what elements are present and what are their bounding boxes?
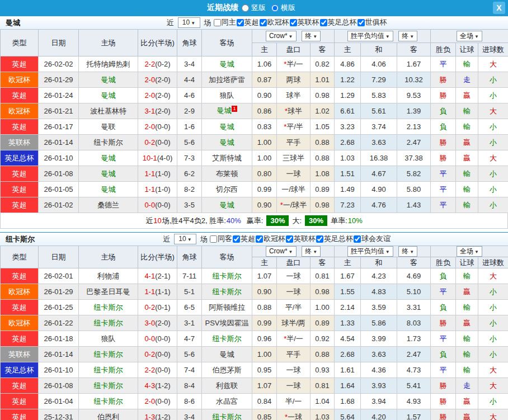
league-checkbox[interactable]: 欧冠杯	[260, 17, 289, 27]
league-checkbox-input[interactable]	[260, 19, 267, 26]
checkbox-label: 英超	[241, 234, 255, 244]
scope-dropdown[interactable]: 全场▼	[457, 246, 482, 257]
corners: 2-9	[177, 103, 202, 119]
away-team: 切尔西	[202, 182, 252, 197]
table-row: 英超26-01-24曼城2-0(2-0)4-6狼队0.90球半0.981.295…	[1, 88, 508, 103]
handicap-line: 一球	[277, 362, 311, 378]
handicap-away-odds: 0.88	[311, 347, 335, 362]
type-badge: 英超	[1, 409, 39, 420]
odds-away: 1.57	[397, 409, 431, 420]
league-checkbox[interactable]: 世俱杯	[358, 17, 387, 27]
league-checkbox[interactable]: 英足总杯	[320, 17, 357, 27]
odds-group-header: 胜平负均值▼ 终▼	[335, 30, 431, 43]
matches-table-mancity: 类型 日期 主场 比分(半场) 角球 客场 Crow*▼ 终▼ 胜平负均值▼ 终…	[0, 29, 508, 213]
league-checkbox[interactable]: 英超	[233, 234, 255, 244]
league-checkbox[interactable]: 欧冠杯	[256, 234, 285, 244]
league-checkbox-input[interactable]	[286, 235, 293, 243]
league-checkbox[interactable]: 球会友谊	[354, 234, 391, 244]
odds-home: 2.68	[335, 347, 361, 362]
odds-away: 4.93	[397, 394, 431, 409]
handicap-home-odds: 0.88	[252, 300, 277, 315]
radio-vertical-input[interactable]	[242, 4, 249, 12]
handicap-away-odds: 0.89	[311, 315, 335, 331]
league-checkbox-input[interactable]	[358, 19, 365, 26]
same-venue-checkbox[interactable]: 同主	[214, 17, 236, 27]
score: 1-3(1-2)	[138, 409, 177, 420]
home-team: 曼城	[79, 150, 138, 166]
final-dropdown-1[interactable]: 终▼	[302, 246, 321, 257]
league-checkbox-input[interactable]	[316, 235, 323, 243]
result-goals: 小	[478, 315, 508, 331]
result-goals: 大	[478, 103, 508, 119]
league-checkbox-input[interactable]	[354, 235, 361, 243]
over-rate-badge: 30%	[305, 215, 327, 226]
score: 2-2(0-2)	[138, 56, 177, 72]
odds-home: 6.61	[335, 103, 361, 119]
scope-dropdown[interactable]: 全场▼	[457, 31, 482, 41]
subcol-result-outcome: 胜负	[431, 43, 456, 56]
handicap-away-odds: 0.88	[311, 135, 335, 150]
radio-vertical-layout[interactable]: 竖版	[242, 3, 266, 13]
result-outcome: 勝	[431, 135, 456, 150]
corners: 4-7	[177, 331, 202, 347]
handicap-away-odds: 0.98	[311, 197, 335, 213]
odds-draw: 5.61	[361, 103, 397, 119]
league-checkbox-input[interactable]	[233, 235, 240, 243]
bookmaker-dropdown[interactable]: Crow*▼	[266, 246, 297, 257]
same-venue-checkbox-input[interactable]	[214, 19, 221, 26]
same-venue-checkbox[interactable]: 同客	[210, 234, 232, 244]
result-outcome: 平	[431, 166, 456, 182]
home-team: 狼队	[79, 331, 138, 347]
home-team: 曼城	[79, 166, 138, 182]
league-checkbox-input[interactable]	[320, 19, 327, 26]
filter-bar: 近 10▼ 场 同客英超欧冠杯英联杯英足总杯球会友谊	[112, 234, 508, 244]
avg-odds-dropdown[interactable]: 胜平负均值▼	[347, 31, 393, 41]
score: 2-2(0-0)	[138, 362, 177, 378]
close-button[interactable]: X	[493, 2, 505, 14]
bookmaker-dropdown[interactable]: Crow*▼	[266, 31, 297, 41]
result-handicap: 輸	[456, 119, 478, 135]
league-checkbox[interactable]: 英超	[237, 17, 259, 27]
odds-home: 1.68	[335, 394, 361, 409]
away-team: 纽卡斯尔	[202, 331, 252, 347]
result-handicap: 贏	[456, 150, 478, 166]
handicap-line: *球半	[277, 103, 311, 119]
subcol-result-goals: 进球数	[478, 257, 508, 268]
handicap-home-odds: 0.83	[252, 119, 277, 135]
same-venue-checkbox-input[interactable]	[210, 235, 217, 243]
league-checkbox[interactable]: 英联杯	[286, 234, 316, 244]
final-dropdown-1[interactable]: 终▼	[302, 31, 321, 41]
league-checkbox[interactable]: 英联杯	[290, 17, 319, 27]
checkbox-label: 球会友谊	[361, 234, 391, 244]
chevron-down-icon: ▼	[474, 249, 479, 254]
odds-draw: 3.94	[361, 394, 397, 409]
subcol-odds-away: 客	[397, 43, 431, 56]
result-outcome: 勝	[431, 72, 456, 88]
handicap-home-odds: 0.90	[252, 284, 277, 300]
handicap-home-odds: 0.95	[252, 362, 277, 378]
league-checkbox-input[interactable]	[290, 19, 297, 26]
match-count-dropdown[interactable]: 10▼	[178, 17, 200, 28]
red-card-badge: 1	[232, 106, 237, 112]
away-team: 狼队	[202, 88, 252, 103]
league-checkbox[interactable]: 英足总杯	[316, 234, 353, 244]
radio-horizontal-layout[interactable]: 横版	[271, 3, 295, 13]
result-handicap: 贏	[456, 88, 478, 103]
odds-away: 2.47	[397, 347, 431, 362]
home-team: 纽卡斯尔	[79, 362, 138, 378]
final-dropdown-2[interactable]: 终▼	[398, 246, 417, 257]
result-handicap: 贏	[456, 135, 478, 150]
result-handicap: 輸	[456, 166, 478, 182]
final-dropdown-2[interactable]: 终▼	[398, 31, 417, 41]
type-badge: 英足总杯	[1, 362, 39, 378]
odds-home: 2.68	[335, 135, 361, 150]
subcol-odds-draw: 和	[361, 257, 397, 268]
league-checkbox-input[interactable]	[237, 19, 244, 26]
avg-odds-dropdown[interactable]: 胜平负均值▼	[347, 246, 393, 257]
subcol-handicap-line: 盘口	[277, 43, 311, 56]
away-team: 布莱顿	[202, 166, 252, 182]
subcol-result-handicap: 让球	[456, 257, 478, 268]
league-checkbox-input[interactable]	[256, 235, 263, 243]
radio-horizontal-input[interactable]	[271, 4, 279, 12]
match-count-dropdown[interactable]: 10▼	[174, 234, 196, 244]
